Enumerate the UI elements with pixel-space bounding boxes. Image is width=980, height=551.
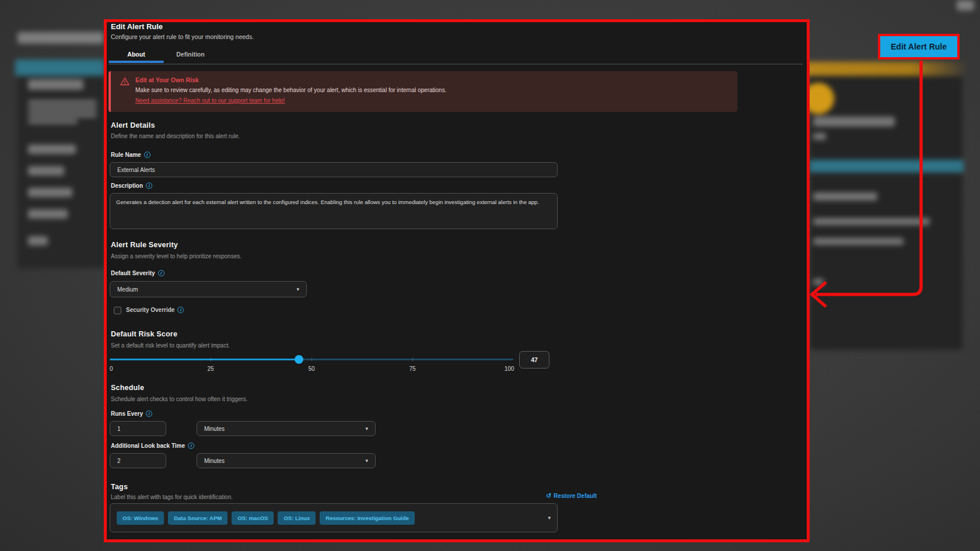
blurred-placeholder xyxy=(28,236,48,245)
security-override-checkbox[interactable] xyxy=(114,307,121,314)
risk-slider-handle[interactable] xyxy=(295,355,303,364)
risk-slider-track[interactable] xyxy=(299,359,513,360)
info-icon[interactable]: i xyxy=(188,443,194,449)
blurred-placeholder xyxy=(28,188,72,197)
warning-triangle-icon xyxy=(120,77,130,86)
restore-default-button[interactable]: ↺Restore Default xyxy=(509,492,597,500)
chevron-down-icon: ▾ xyxy=(296,286,299,292)
warning-title: Edit at Your Own Risk xyxy=(135,76,199,83)
blurred-placeholder xyxy=(18,32,104,44)
risk-score-value[interactable]: 47 xyxy=(519,351,550,368)
rule-name-input[interactable] xyxy=(110,162,558,177)
risk-slider-track-filled[interactable] xyxy=(110,359,299,360)
description-textarea[interactable]: Generates a detection alert for each ext… xyxy=(110,193,558,229)
slider-tick-label: 0 xyxy=(110,366,113,372)
runs-every-label: Runs Every i xyxy=(111,410,152,417)
blurred-placeholder xyxy=(28,107,97,111)
section-heading-tags: Tags xyxy=(111,483,128,491)
section-desc-alert-details: Define the name and description for this… xyxy=(111,133,240,139)
runs-every-input[interactable] xyxy=(110,421,166,436)
warning-body: Make sure to review carefully, as editin… xyxy=(135,87,446,93)
page-subtitle: Configure your alert rule to fit your mo… xyxy=(111,33,254,40)
rule-name-label: Rule Name i xyxy=(111,152,150,158)
info-icon[interactable]: i xyxy=(158,270,164,276)
default-severity-select[interactable]: Medium ▾ xyxy=(110,281,307,297)
slider-tick xyxy=(312,357,312,362)
section-heading-schedule: Schedule xyxy=(111,384,144,392)
page-title: Edit Alert Rule xyxy=(111,22,163,31)
blurred-placeholder xyxy=(810,160,964,173)
look-back-unit-select[interactable]: Minutes ▾ xyxy=(197,453,376,468)
section-desc-tags: Label this alert with tags for quick ide… xyxy=(111,494,233,500)
active-tab-indicator xyxy=(108,61,164,63)
blurred-placeholder xyxy=(813,192,877,201)
tab-bar-divider xyxy=(108,64,803,65)
info-icon[interactable]: i xyxy=(144,152,150,158)
section-desc-schedule: Schedule alert checks to control how oft… xyxy=(111,396,248,402)
tag-chip[interactable]: Resources: Investigation Guide xyxy=(320,511,415,525)
slider-tick-label: 100 xyxy=(505,366,514,372)
support-link[interactable]: Need assistance? Reach out to our suppor… xyxy=(135,97,285,104)
tags-select[interactable]: OS: Windows Data Source: APM OS: macOS O… xyxy=(110,503,558,532)
section-heading-risk-score: Default Risk Score xyxy=(111,330,177,338)
tag-chip[interactable]: OS: Windows xyxy=(117,511,164,525)
tab-about[interactable]: About xyxy=(108,48,164,61)
blurred-placeholder xyxy=(813,218,930,225)
blurred-placeholder xyxy=(813,279,824,285)
blurred-placeholder xyxy=(957,0,974,10)
tag-chip[interactable]: OS: Linux xyxy=(278,511,316,525)
look-back-label: Additional Look back Time i xyxy=(111,443,194,449)
slider-tick-label: 25 xyxy=(207,366,214,372)
blurred-placeholder xyxy=(813,117,895,127)
blurred-placeholder xyxy=(28,79,83,90)
section-heading-severity: Alert Rule Severity xyxy=(111,241,178,249)
blurred-placeholder xyxy=(28,120,78,124)
runs-every-unit-select[interactable]: Minutes ▾ xyxy=(197,421,376,436)
restore-icon: ↺ xyxy=(546,492,551,499)
section-desc-severity: Assign a severity level to help prioriti… xyxy=(111,253,242,259)
slider-tick xyxy=(211,357,211,362)
chevron-down-icon: ▾ xyxy=(365,426,368,431)
blurred-placeholder xyxy=(28,145,76,154)
edit-alert-rule-button[interactable]: Edit Alert Rule xyxy=(878,34,960,59)
warning-callout: Edit at Your Own Risk Make sure to revie… xyxy=(108,71,737,112)
info-icon[interactable]: i xyxy=(146,410,152,417)
chevron-down-icon: ▾ xyxy=(365,458,368,464)
info-icon[interactable]: i xyxy=(177,307,184,313)
tag-chip[interactable]: OS: macOS xyxy=(232,511,274,525)
blurred-placeholder xyxy=(28,166,64,176)
blurred-placeholder xyxy=(28,209,68,219)
tab-definition[interactable]: Definition xyxy=(164,48,217,61)
description-label: Description i xyxy=(111,183,152,189)
slider-tick-label: 50 xyxy=(308,366,314,372)
tag-chip[interactable]: Data Source: APM xyxy=(168,511,228,525)
info-icon[interactable]: i xyxy=(146,183,152,189)
slider-tick-label: 75 xyxy=(409,366,415,372)
look-back-input[interactable] xyxy=(110,453,166,468)
blurred-placeholder xyxy=(28,100,97,104)
blurred-placeholder xyxy=(813,133,826,140)
security-override-label: Security Override i xyxy=(126,307,184,313)
default-severity-label: Default Severity i xyxy=(111,270,164,276)
edit-alert-rule-modal: Edit Alert Rule Configure your alert rul… xyxy=(104,19,810,542)
slider-tick xyxy=(412,357,413,362)
blurred-placeholder xyxy=(28,113,97,117)
chevron-down-icon: ▾ xyxy=(548,515,551,521)
blurred-placeholder xyxy=(813,238,904,245)
section-desc-risk-score: Set a default risk level to quantify ale… xyxy=(111,342,230,349)
section-heading-alert-details: Alert Details xyxy=(111,121,155,129)
blurred-placeholder xyxy=(15,59,105,76)
